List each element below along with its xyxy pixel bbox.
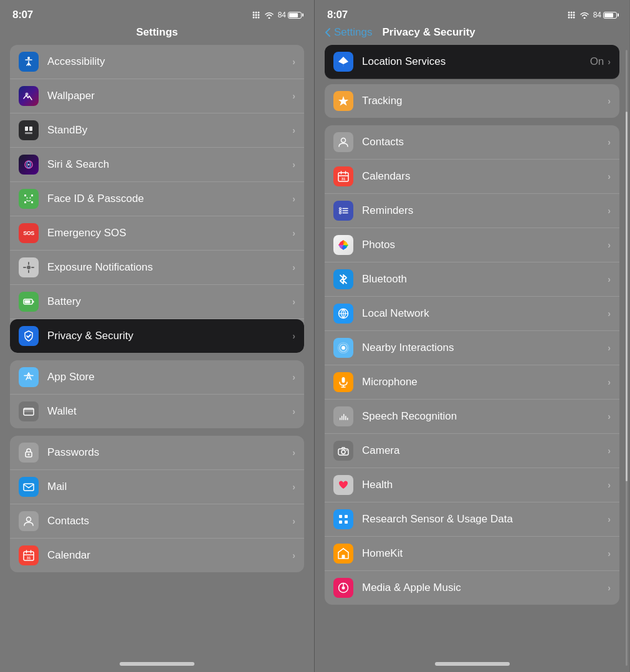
standby-label: StandBy xyxy=(47,124,292,137)
battery-fill xyxy=(289,13,298,17)
photos-item[interactable]: Photos › xyxy=(325,228,619,262)
health-item[interactable]: Health › xyxy=(325,468,619,502)
standby-item[interactable]: StandBy › xyxy=(10,113,304,148)
camera-item[interactable]: Camera › xyxy=(325,434,619,468)
svg-point-5 xyxy=(257,14,259,16)
contacts-left-item[interactable]: Contacts › xyxy=(10,504,304,539)
siri-item[interactable]: Siri & Search › xyxy=(10,148,304,182)
right-battery-percent: 84 xyxy=(593,11,601,19)
nearby-icon xyxy=(333,338,353,358)
svg-rect-78 xyxy=(345,416,346,420)
location-services-item[interactable]: Location Services On › xyxy=(325,45,619,79)
bluetooth-item[interactable]: Bluetooth › xyxy=(325,262,619,297)
svg-point-2 xyxy=(257,12,259,14)
faceid-label: Face ID & Passcode xyxy=(47,193,292,205)
svg-point-89 xyxy=(342,587,345,590)
left-scroll-area[interactable]: Accessibility › Wallpaper › xyxy=(0,45,314,658)
exposure-item[interactable]: Exposure Notifications › xyxy=(10,251,304,285)
calendar-item[interactable]: 31 Calendar › xyxy=(10,539,304,572)
svg-text:31: 31 xyxy=(27,556,31,560)
nearby-item[interactable]: Nearby Interactions › xyxy=(325,331,619,365)
svg-rect-38 xyxy=(24,484,34,491)
photos-icon xyxy=(333,235,353,255)
tracking-item[interactable]: Tracking › xyxy=(325,84,619,118)
wallpaper-item[interactable]: Wallpaper › xyxy=(10,79,304,113)
local-network-svg xyxy=(337,307,350,320)
svg-point-22 xyxy=(30,198,31,199)
sos-item[interactable]: SOS Emergency SOS › xyxy=(10,216,304,251)
svg-rect-30 xyxy=(25,300,31,304)
svg-point-47 xyxy=(573,12,575,14)
local-network-item[interactable]: Local Network › xyxy=(325,297,619,331)
exposure-svg xyxy=(22,261,35,274)
back-label: Settings xyxy=(334,26,372,39)
svg-rect-76 xyxy=(341,416,343,420)
research-item[interactable]: Research Sensor & Usage Data › xyxy=(325,502,619,537)
research-label: Research Sensor & Usage Data xyxy=(362,513,608,526)
media-item[interactable]: Media & Apple Music › xyxy=(325,571,619,605)
svg-rect-72 xyxy=(342,377,345,383)
wallet-item[interactable]: Wallet › xyxy=(10,395,304,428)
reminders-item[interactable]: Reminders › xyxy=(325,194,619,228)
bluetooth-icon xyxy=(333,269,353,289)
reminders-svg xyxy=(337,204,350,217)
passwords-item[interactable]: Passwords › xyxy=(10,436,304,470)
battery-label: Battery xyxy=(47,295,292,308)
camera-chevron: › xyxy=(608,446,611,456)
calendars-item[interactable]: 31 Calendars › xyxy=(325,160,619,194)
svg-point-21 xyxy=(27,198,28,199)
accessibility-svg xyxy=(22,55,35,68)
svg-rect-79 xyxy=(347,418,348,420)
calendars-icon: 31 xyxy=(333,166,353,186)
photos-chevron: › xyxy=(608,240,611,250)
appstore-svg xyxy=(22,371,35,383)
accessibility-item[interactable]: Accessibility › xyxy=(10,45,304,79)
svg-rect-20 xyxy=(31,201,33,203)
media-chevron: › xyxy=(608,583,611,593)
back-button[interactable]: Settings xyxy=(325,26,372,39)
media-svg xyxy=(337,582,350,594)
sos-icon: SOS xyxy=(19,223,39,243)
speech-item[interactable]: Speech Recognition › xyxy=(325,400,619,434)
battery-container: 84 xyxy=(278,11,302,19)
microphone-item[interactable]: Microphone › xyxy=(325,365,619,400)
wallet-icon xyxy=(19,401,39,421)
mail-item[interactable]: Mail › xyxy=(10,470,304,504)
wallpaper-svg xyxy=(22,90,35,102)
speech-label: Speech Recognition xyxy=(362,410,608,423)
svg-point-23 xyxy=(27,266,31,269)
siri-icon xyxy=(19,155,39,175)
location-value: On xyxy=(590,55,604,68)
privacy-item[interactable]: Privacy & Security › xyxy=(10,319,304,353)
svg-text:31: 31 xyxy=(341,177,346,181)
siri-chevron: › xyxy=(292,160,295,170)
passwords-icon xyxy=(19,443,39,463)
homekit-item[interactable]: HomeKit › xyxy=(325,537,619,571)
svg-point-48 xyxy=(568,14,570,16)
svg-rect-75 xyxy=(340,418,341,420)
right-contacts-item[interactable]: Contacts › xyxy=(325,125,619,160)
left-group-2: App Store › Wallet › xyxy=(10,360,304,428)
left-status-icons: 84 xyxy=(252,11,302,19)
left-panel: 8:07 84 xyxy=(0,0,315,672)
svg-point-45 xyxy=(568,12,570,14)
exposure-chevron: › xyxy=(292,262,295,272)
right-scrollbar[interactable] xyxy=(626,50,628,666)
svg-rect-83 xyxy=(339,515,342,518)
left-home-indicator xyxy=(120,662,194,666)
right-wifi-icon xyxy=(580,11,589,19)
appstore-item[interactable]: App Store › xyxy=(10,360,304,395)
contacts-left-svg xyxy=(22,515,35,527)
exposure-label: Exposure Notifications xyxy=(47,261,292,274)
appstore-chevron: › xyxy=(292,372,295,382)
battery-item[interactable]: Battery › xyxy=(10,285,304,319)
back-chevron-icon xyxy=(325,27,331,37)
calendars-svg: 31 xyxy=(337,170,350,183)
local-network-icon xyxy=(333,304,353,324)
faceid-item[interactable]: Face ID & Passcode › xyxy=(10,182,304,216)
battery-chevron: › xyxy=(292,297,295,307)
homekit-label: HomeKit xyxy=(362,547,608,560)
media-label: Media & Apple Music xyxy=(362,582,608,594)
svg-rect-11 xyxy=(25,127,28,131)
right-scroll-area[interactable]: Location Services On › Tracking › xyxy=(315,45,629,658)
